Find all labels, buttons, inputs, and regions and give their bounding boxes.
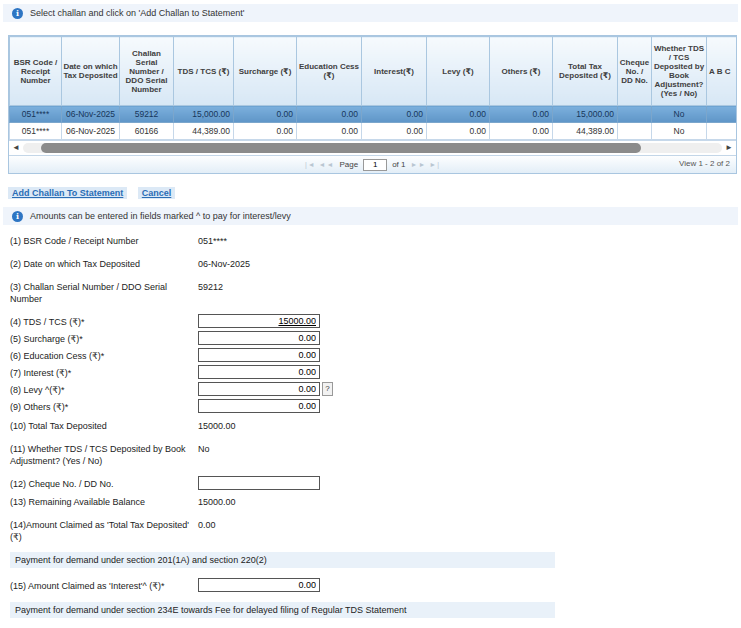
horizontal-scrollbar[interactable]: ◄ ► — [9, 140, 736, 155]
cell-book-adjustment: No — [652, 123, 707, 140]
field-label: (8) Levy ^(₹)* — [10, 382, 198, 396]
col-total-tax[interactable]: Total Tax Deposited (₹) — [553, 37, 618, 106]
col-surcharge[interactable]: Surcharge (₹) — [234, 37, 297, 106]
challan-row[interactable]: 051**** 06-Nov-2025 60166 44,389.00 0.00… — [10, 123, 737, 140]
amounts-hint-text: Amounts can be entered in fields marked … — [30, 211, 291, 221]
tds-tcs-input[interactable] — [198, 314, 320, 328]
pager-page-input[interactable] — [363, 159, 387, 171]
col-bsr-code[interactable]: BSR Code / Receipt Number — [10, 37, 62, 106]
table-header-row: BSR Code / Receipt Number Date on which … — [10, 37, 737, 106]
cell-tds: 15,000.00 — [174, 106, 234, 123]
field-levy: (8) Levy ^(₹)* ? — [10, 382, 741, 396]
pager-first-prev-icon[interactable]: |◄ ◄◄ — [305, 161, 335, 168]
col-education-cess[interactable]: Education Cess (₹) — [297, 37, 362, 106]
col-levy[interactable]: Levy (₹) — [427, 37, 490, 106]
field-value: 15000.00 — [198, 494, 236, 508]
select-challan-notice: i Select challan and click on 'Add Chall… — [3, 4, 738, 22]
field-value: No — [198, 441, 210, 455]
challan-grid: BSR Code / Receipt Number Date on which … — [8, 35, 737, 174]
field-value: 0.00 — [198, 517, 216, 531]
cell-bsr: 051**** — [10, 123, 62, 140]
scrollbar-thumb[interactable] — [41, 143, 641, 153]
challan-detail-form: (1) BSR Code / Receipt Number 051**** (2… — [10, 233, 741, 628]
surcharge-input[interactable] — [198, 331, 320, 345]
field-surcharge: (5) Surcharge (₹)* — [10, 331, 741, 345]
pager-next-last-icon[interactable]: ►► ►| — [411, 161, 441, 168]
col-date-deposited[interactable]: Date on which Tax Deposited — [62, 37, 120, 106]
levy-input[interactable] — [198, 382, 320, 396]
field-label: (13) Remaining Available Balance — [10, 494, 198, 508]
field-label: (5) Surcharge (₹)* — [10, 331, 198, 345]
field-value: 15000.00 — [198, 418, 236, 432]
scroll-left-icon[interactable]: ◄ — [11, 141, 21, 155]
scrollbar-track[interactable] — [23, 143, 722, 153]
levy-help-icon[interactable]: ? — [322, 382, 333, 396]
col-interest[interactable]: Interest(₹) — [362, 37, 427, 106]
field-label: (9) Others (₹)* — [10, 399, 198, 413]
field-interest: (7) Interest (₹)* — [10, 365, 741, 379]
section-fee-demand: Payment for demand under section 234E to… — [10, 602, 555, 618]
field-date-deposited: (2) Date on which Tax Deposited 06-Nov-2… — [10, 256, 741, 270]
cell-levy: 0.00 — [427, 106, 490, 123]
cell-interest: 0.00 — [362, 123, 427, 140]
challan-row-selected[interactable]: 051**** 06-Nov-2025 59212 15,000.00 0.00… — [10, 106, 737, 123]
field-label: (11) Whether TDS / TCS Deposited by Book… — [10, 441, 198, 467]
cell-cheque — [618, 123, 652, 140]
cell-clipped — [707, 123, 737, 140]
amounts-hint-notice: i Amounts can be entered in fields marke… — [3, 207, 738, 225]
cell-cheque — [618, 106, 652, 123]
col-challan-serial[interactable]: Challan Serial Number / DDO Serial Numbe… — [120, 37, 174, 106]
col-book-adjustment[interactable]: Whether TDS / TCS Deposited by Book Adju… — [652, 37, 707, 106]
amount-claimed-interest-input[interactable] — [198, 578, 320, 592]
field-total-tax: (10) Total Tax Deposited 15000.00 — [10, 418, 741, 432]
scroll-right-icon[interactable]: ► — [724, 141, 734, 155]
cell-book-adjustment: No — [652, 106, 707, 123]
cell-challan-serial: 60166 — [120, 123, 174, 140]
cell-total: 44,389.00 — [553, 123, 618, 140]
field-label: (3) Challan Serial Number / DDO Serial N… — [10, 279, 198, 305]
cell-surcharge: 0.00 — [234, 106, 297, 123]
cell-tds: 44,389.00 — [174, 123, 234, 140]
cell-total: 15,000.00 — [553, 106, 618, 123]
cell-date: 06-Nov-2025 — [62, 106, 120, 123]
col-clipped[interactable]: A B C — [707, 37, 737, 106]
cell-bsr: 051**** — [10, 106, 62, 123]
field-book-adjustment: (11) Whether TDS / TCS Deposited by Book… — [10, 441, 741, 467]
field-cheque-no: (12) Cheque No. / DD No. — [10, 476, 741, 490]
info-icon: i — [12, 211, 23, 222]
cheque-no-input[interactable] — [198, 476, 320, 490]
cell-challan-serial: 59212 — [120, 106, 174, 123]
cell-cess: 0.00 — [297, 106, 362, 123]
cell-clipped — [707, 106, 737, 123]
field-value: 051**** — [198, 233, 227, 247]
interest-input[interactable] — [198, 365, 320, 379]
cell-cess: 0.00 — [297, 123, 362, 140]
cell-interest: 0.00 — [362, 106, 427, 123]
field-label: (6) Education Cess (₹)* — [10, 348, 198, 362]
col-tds-tcs[interactable]: TDS / TCS (₹) — [174, 37, 234, 106]
add-challan-to-statement-button[interactable]: Add Challan To Statement — [8, 187, 127, 199]
grid-pager: |◄ ◄◄ Page of 1 ►► ►| View 1 - 2 of 2 — [9, 155, 736, 173]
col-cheque-no[interactable]: Cheque No. / DD No. — [618, 37, 652, 106]
cell-surcharge: 0.00 — [234, 123, 297, 140]
field-amount-claimed-interest: (15) Amount Claimed as 'Interest'^ (₹)* — [10, 578, 741, 592]
field-label: (4) TDS / TCS (₹)* — [10, 314, 198, 328]
others-input[interactable] — [198, 399, 320, 413]
field-education-cess: (6) Education Cess (₹)* — [10, 348, 741, 362]
field-value: 59212 — [198, 279, 223, 293]
pager-view-status: View 1 - 2 of 2 — [679, 159, 730, 168]
field-challan-serial: (3) Challan Serial Number / DDO Serial N… — [10, 279, 741, 305]
grid-actions: Add Challan To Statement Cancel — [8, 182, 741, 200]
cell-others: 0.00 — [490, 106, 553, 123]
field-label: (12) Cheque No. / DD No. — [10, 476, 198, 490]
col-others[interactable]: Others (₹) — [490, 37, 553, 106]
field-others: (9) Others (₹)* — [10, 399, 741, 413]
field-label: (14)Amount Claimed as 'Total Tax Deposit… — [10, 517, 198, 543]
grid-cancel-button[interactable]: Cancel — [138, 187, 176, 199]
challan-table: BSR Code / Receipt Number Date on which … — [9, 36, 736, 140]
field-value: 06-Nov-2025 — [198, 256, 250, 270]
field-remaining-balance: (13) Remaining Available Balance 15000.0… — [10, 494, 741, 508]
field-label: (7) Interest (₹)* — [10, 365, 198, 379]
education-cess-input[interactable] — [198, 348, 320, 362]
cell-levy: 0.00 — [427, 123, 490, 140]
